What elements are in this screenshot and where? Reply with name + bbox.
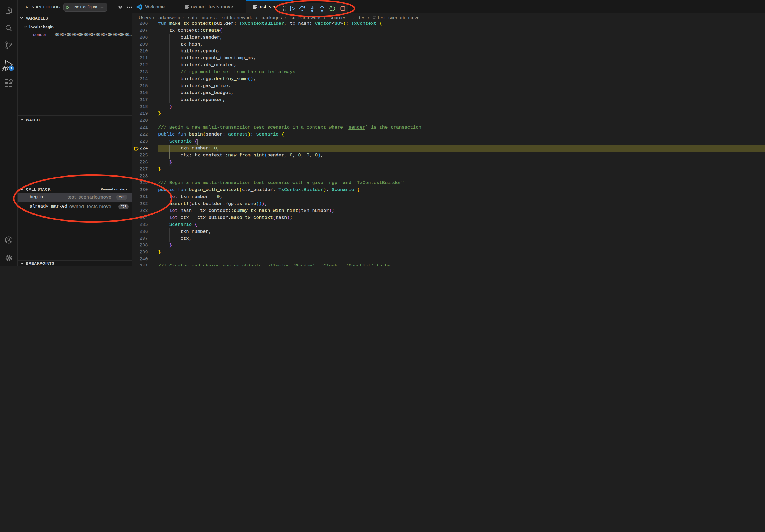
svg-text:1: 1 bbox=[10, 66, 13, 70]
